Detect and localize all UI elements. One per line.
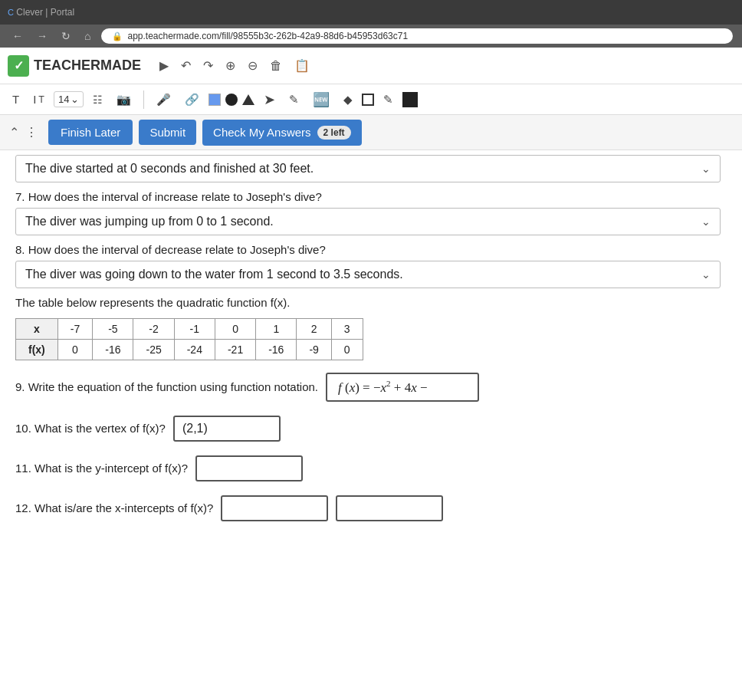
back-button[interactable]: ← [9, 28, 26, 44]
answers-badge: 2 left [317, 126, 351, 140]
forward-button[interactable]: → [34, 28, 51, 44]
table-x-0: 0 [215, 319, 255, 340]
link-tool[interactable]: 🔗 [180, 90, 204, 109]
home-button[interactable]: ⌂ [81, 28, 94, 44]
table-x-n2: -2 [133, 319, 174, 340]
table-x-n5: -5 [93, 319, 133, 340]
grid-tool[interactable]: ☷ [88, 91, 107, 108]
answer-q8-text: The diver was going down to the water fr… [25, 268, 403, 281]
q12-label: 12. What is/are the x-intercepts of f(x)… [15, 501, 213, 514]
table-fx-1: -16 [256, 340, 297, 360]
q9-label: 9. Write the equation of the function us… [15, 380, 318, 393]
table-fx-n1: -24 [174, 340, 215, 360]
dropdown-chevron-q8: ⌄ [701, 268, 711, 281]
answer-q7-row[interactable]: The diver was jumping up from 0 to 1 sec… [15, 208, 721, 235]
table-fx-n5: -16 [93, 340, 133, 360]
diamond-tool[interactable]: ◆ [339, 90, 357, 109]
triangle-tool [242, 94, 254, 105]
color-square-white [362, 94, 374, 106]
zoom-out-button[interactable]: ⊖ [245, 55, 261, 76]
table-header-x: x [16, 319, 58, 340]
text-tool[interactable]: T [8, 90, 24, 108]
table-x-n7: -7 [57, 319, 92, 340]
table-x-1: 1 [256, 319, 297, 340]
toolbar-icons: ▶ ↶ ↷ ⊕ ⊖ 🗑 📋 [156, 55, 313, 76]
table-desc: The table below represents the quadratic… [15, 296, 721, 309]
tm-toolbar2: T IT 14 ⌄ ☷ 📷 🎤 🔗 ➤ ✎ 🆕 ◆ ✎ [0, 84, 742, 115]
action-bar: ⌃ ⋮ Finish Later Submit Check My Answers… [0, 115, 742, 150]
font-size-value: 14 [58, 94, 69, 105]
tm-toolbar: ✓ TEACHERMADE ▶ ↶ ↷ ⊕ ⊖ 🗑 📋 [0, 48, 742, 84]
q9-equation-box[interactable]: f (x) = −x2 + 4x − [326, 373, 479, 402]
divider1 [143, 90, 144, 109]
font-size-chevron: ⌄ [71, 94, 79, 105]
logo-text: TEACHERMADE [34, 58, 141, 74]
q12-row: 12. What is/are the x-intercepts of f(x)… [15, 495, 721, 521]
answer-q6-text: The dive started at 0 seconds and finish… [25, 162, 314, 176]
q9-equation-text: f (x) = −x2 + 4x − [338, 380, 428, 395]
browser-tab[interactable]: C Clever | Portal [8, 7, 74, 18]
text-tool2[interactable]: IT [28, 90, 49, 108]
logo-icon: ✓ [8, 55, 29, 77]
dropdown-chevron-q6: ⌄ [701, 163, 711, 175]
table-fx-0: -21 [215, 340, 255, 360]
table-fx-3: 0 [331, 340, 363, 360]
q10-input[interactable] [173, 416, 281, 442]
finish-later-button[interactable]: Finish Later [48, 120, 133, 145]
pen-tool[interactable]: ✎ [284, 90, 304, 109]
answer-q6-row[interactable]: The dive started at 0 seconds and finish… [15, 155, 721, 182]
table-x-3: 3 [331, 319, 363, 340]
arrow-tool[interactable]: ➤ [259, 89, 280, 110]
q11-row: 11. What is the y-intercept of f(x)? [15, 455, 721, 481]
color-square-blue [208, 94, 221, 106]
submit-button[interactable]: Submit [139, 120, 196, 145]
mic-tool[interactable]: 🎤 [152, 90, 176, 109]
brush-tool[interactable]: ✎ [379, 90, 398, 109]
table-header-fx: f(x) [16, 340, 58, 360]
tm-logo: ✓ TEACHERMADE [8, 55, 141, 77]
q10-row: 10. What is the vertex of f(x)? [15, 416, 721, 442]
check-answers-label: Check My Answers [213, 126, 311, 139]
image-tool[interactable]: 📷 [112, 90, 136, 109]
q12-input1[interactable] [221, 495, 328, 521]
url-box[interactable]: 🔒 app.teachermade.com/fill/98555b3c-262b… [101, 28, 733, 44]
delete-button[interactable]: 🗑 [267, 56, 285, 76]
more-options-button[interactable]: ⋮ [25, 125, 38, 140]
q11-input[interactable] [195, 455, 303, 481]
q10-label: 10. What is the vertex of f(x)? [15, 422, 166, 435]
answer-q7-text: The diver was jumping up from 0 to 1 sec… [25, 215, 274, 228]
redo-button[interactable]: ↷ [200, 55, 216, 76]
table-x-2: 2 [297, 319, 331, 340]
sticker-tool[interactable]: 🆕 [308, 89, 334, 110]
table-fx-2: -9 [297, 340, 331, 360]
undo-button[interactable]: ↶ [178, 55, 194, 76]
q9-row: 9. Write the equation of the function us… [15, 373, 721, 402]
tab-label: Clever | Portal [16, 7, 74, 18]
address-bar: ← → ↻ ⌂ 🔒 app.teachermade.com/fill/98555… [0, 25, 742, 48]
check-answers-button[interactable]: Check My Answers 2 left [202, 120, 362, 146]
circle-tool [225, 94, 238, 106]
table-fx-n7: 0 [57, 340, 92, 360]
table-fx-n2: -25 [133, 340, 174, 360]
q11-label: 11. What is the y-intercept of f(x)? [15, 462, 188, 475]
black-square [402, 92, 418, 107]
copy-button[interactable]: 📋 [291, 55, 313, 76]
answer-q8-row[interactable]: The diver was going down to the water fr… [15, 261, 721, 288]
q7-label: 7. How does the interval of increase rel… [15, 190, 721, 203]
q8-label: 8. How does the interval of decrease rel… [15, 243, 721, 256]
refresh-button[interactable]: ↻ [58, 28, 74, 44]
browser-tab-icon: C [8, 8, 14, 17]
main-content: The dive started at 0 seconds and finish… [0, 155, 736, 550]
table-x-n1: -1 [174, 319, 215, 340]
zoom-in-button[interactable]: ⊕ [222, 55, 238, 76]
browser-bar: C Clever | Portal [0, 0, 742, 25]
lock-icon: 🔒 [112, 31, 123, 41]
q12-input2[interactable] [336, 495, 443, 521]
url-text: app.teachermade.com/fill/98555b3c-262b-4… [127, 31, 408, 41]
dropdown-chevron-q7: ⌄ [701, 215, 711, 228]
font-size-box[interactable]: 14 ⌄ [54, 91, 84, 107]
cursor-tool[interactable]: ▶ [156, 55, 172, 76]
expand-button[interactable]: ⌃ [9, 125, 19, 140]
function-table: x -7 -5 -2 -1 0 1 2 3 f(x) 0 -16 -25 -24… [15, 318, 363, 360]
